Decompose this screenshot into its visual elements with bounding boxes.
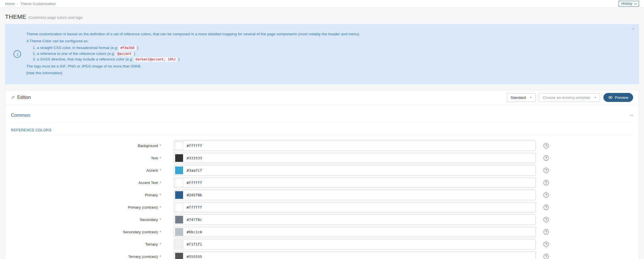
field-label: Primary * [11,193,161,197]
info-paragraph-1: Theme customization is based on the defi… [26,32,628,37]
breadcrumb-home[interactable]: Home [5,2,15,6]
help-icon[interactable]: ? [544,168,549,173]
template-select-placeholder: Choose an existing template [543,95,590,100]
color-swatch[interactable] [175,179,183,187]
color-field-row: Ternary (contrast) * ? [11,251,633,259]
info-paragraph-2: A Theme Color can be configured as: [26,39,628,44]
hide-information-link[interactable]: [hide this information] [26,71,62,75]
edition-title-group: ✎ Edition [11,95,31,100]
help-icon[interactable]: ? [544,229,549,235]
color-swatch[interactable] [175,203,183,211]
field-label: Background * [11,144,161,148]
breadcrumb: Home › Theme Customization [5,2,56,6]
help-icon[interactable]: ? [544,143,549,148]
color-swatch[interactable] [175,142,183,150]
info-list-item: a SASS directive, that may include a ref… [37,57,628,62]
required-asterisk: * [160,218,161,222]
color-field-row: Text * ? [11,152,633,164]
hex-value-input[interactable] [187,242,271,246]
color-field-row: Secondary * ? [11,214,633,226]
color-input[interactable] [174,214,536,225]
template-select[interactable]: Choose an existing template ▼ [539,93,600,102]
edition-controls: Standard ▼ Choose an existing template ▼… [507,93,633,102]
color-input[interactable] [174,227,536,237]
mode-select-value: Standard [510,95,526,100]
color-field-row: Ternary * ? [11,238,633,251]
color-swatch[interactable] [175,253,183,259]
reference-color-fields: Background * ? Text * ? Accent * ? Accen… [11,140,633,259]
help-icon[interactable]: ? [544,254,549,259]
hex-value-input[interactable] [187,205,271,209]
info-box: i × Theme customization is based on the … [5,24,639,84]
hex-value-input[interactable] [187,193,271,197]
help-icon[interactable]: ? [544,205,549,210]
color-field-row: Accent Text * ? [11,177,633,189]
chevron-up-icon[interactable] [630,115,634,118]
hex-value-input[interactable] [187,255,271,259]
history-button-label: History [621,2,632,6]
hex-value-input[interactable] [187,181,271,185]
code-snippet: #fda3b6 [119,46,136,50]
color-input[interactable] [174,165,536,176]
preview-button[interactable]: Preview [603,93,633,102]
help-icon[interactable]: ? [544,242,549,247]
page-header: THEME Customize page colors and logo [0,8,644,24]
info-list: a straight CSS color, in hexadecimal for… [26,45,628,62]
color-input[interactable] [174,190,536,200]
field-label: Primary (contrast) * [11,205,161,209]
required-asterisk: * [160,156,161,160]
history-button[interactable]: History [619,1,639,7]
color-swatch[interactable] [175,240,183,248]
hex-value-input[interactable] [187,168,271,172]
color-field-row: Primary (contrast) * ? [11,201,633,214]
required-asterisk: * [160,242,161,246]
hex-value-input[interactable] [187,144,271,148]
color-swatch[interactable] [175,216,183,224]
info-list-item: a straight CSS color, in hexadecimal for… [37,45,628,50]
help-icon[interactable]: ? [544,217,549,222]
color-input[interactable] [174,178,536,188]
help-icon[interactable]: ? [544,155,549,161]
theme-edition-card: ✎ Edition Standard ▼ Choose an existing … [5,90,639,259]
color-field-row: Secondary (contrast) * ? [11,226,633,238]
required-asterisk: * [160,230,161,234]
help-icon[interactable]: ? [544,180,549,185]
mode-select[interactable]: Standard ▼ [507,93,536,102]
field-label: Accent Text * [11,181,161,185]
color-input[interactable] [174,251,536,259]
color-swatch[interactable] [175,191,183,199]
pencil-icon: ✎ [11,95,15,100]
breadcrumb-separator-icon: › [17,2,18,6]
color-input[interactable] [174,239,536,249]
preview-button-label: Preview [615,95,628,100]
color-field-row: Primary * ? [11,189,633,201]
edition-title: Edition [17,95,31,100]
top-bar: Home › Theme Customization History [0,0,644,8]
required-asterisk: * [160,255,161,259]
color-input[interactable] [174,141,536,151]
required-asterisk: * [160,193,161,197]
color-swatch[interactable] [175,154,183,162]
field-label: Secondary * [11,218,161,222]
hex-value-input[interactable] [187,230,271,234]
hex-value-input[interactable] [187,156,271,160]
field-label: Ternary (contrast) * [11,255,161,259]
required-asterisk: * [160,205,161,209]
reference-colors-title: REFERENCE COLORS [11,128,633,135]
info-icon: i [13,50,21,58]
color-input[interactable] [174,153,536,163]
required-asterisk: * [160,144,161,148]
common-header[interactable]: Common [11,111,633,122]
page-subtitle: Customize page colors and logo [29,15,83,20]
field-label: Accent * [11,168,161,172]
color-input[interactable] [174,202,536,213]
help-icon[interactable]: ? [544,192,549,198]
chevron-down-icon [634,2,637,5]
field-label: Secondary (contrast) * [11,230,161,234]
code-snippet: darken(@accent, 10%) [134,57,177,62]
close-icon[interactable]: × [632,26,634,31]
color-swatch[interactable] [175,228,183,236]
hex-value-input[interactable] [187,218,271,222]
field-label: Ternary * [11,242,161,246]
color-swatch[interactable] [175,166,183,174]
